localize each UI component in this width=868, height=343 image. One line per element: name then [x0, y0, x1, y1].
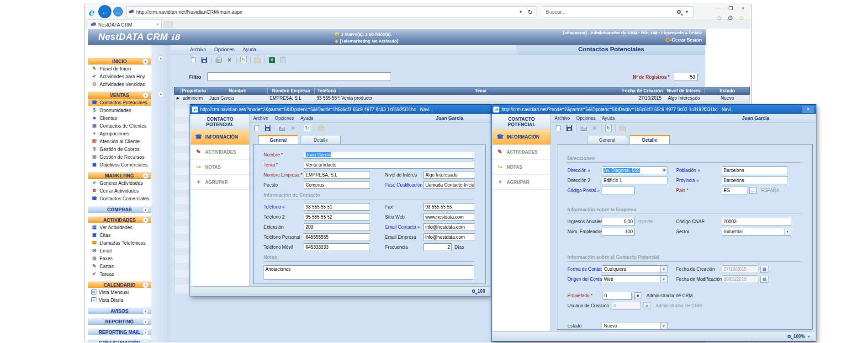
sidebar-item-cerrar-actividades[interactable]: ✖Cerrar Actividades	[88, 187, 151, 194]
new-record-button[interactable]	[554, 124, 562, 132]
nombre-input[interactable]: Juan Garcia	[304, 151, 474, 159]
notas-textarea[interactable]: Anotaciones	[264, 265, 474, 280]
pais-input[interactable]: ES	[722, 187, 747, 194]
search-input[interactable]	[546, 9, 674, 15]
estado-select[interactable]: Nuevo ▼	[602, 322, 667, 330]
popup-nav-informacion[interactable]: ☎ INFORMACIÓN	[492, 129, 550, 145]
nivel-input[interactable]: Algo Interesado	[423, 171, 475, 179]
tab-detalle[interactable]: Detalle	[630, 135, 670, 144]
popup-nav-informacion[interactable]: ☎ INFORMACIÓN	[191, 129, 249, 145]
sidebar-splitter[interactable]: ∧ ∧	[151, 45, 170, 343]
export-button[interactable]	[279, 56, 287, 64]
sidebar-item-cartas[interactable]: ✎Cartas	[88, 262, 151, 270]
save-button[interactable]	[200, 56, 208, 64]
new-tab-button[interactable]	[164, 21, 173, 27]
codigo-postal-input[interactable]	[602, 187, 635, 194]
folder-button[interactable]	[619, 124, 627, 132]
feedback-smiley-icon[interactable]: ☺	[738, 14, 745, 21]
sidebar-item-vista-mensual[interactable]: 31Vista Mensual	[88, 288, 151, 296]
back-button[interactable]: ←	[98, 5, 111, 18]
sitioweb-input[interactable]: www.nestdata.com	[423, 213, 475, 221]
extension-input[interactable]: 203	[304, 223, 370, 231]
sector-select[interactable]: Industrial ▼	[722, 228, 791, 236]
records-input[interactable]	[674, 73, 698, 81]
sidebar-section-compras[interactable]: COMPRAS∨	[88, 206, 151, 213]
fase-label[interactable]: Fase Cualificación »	[385, 182, 423, 188]
expand-chevron-icon[interactable]: ∨	[143, 340, 148, 343]
puesto-input[interactable]: Compras	[304, 181, 370, 189]
collapse-chevron-icon[interactable]: ∧	[143, 92, 148, 98]
popup-nav-agrupar[interactable]: + AGRUPAR	[492, 175, 550, 190]
zoom-dropdown-icon[interactable]: ▼	[807, 335, 810, 338]
emailcontacto-input[interactable]: info@nestdata.com	[423, 223, 475, 231]
close-icon[interactable]: ×	[737, 4, 749, 12]
sidebar-section-marketing[interactable]: MARKETING∧	[88, 172, 151, 179]
sidebar-item-gestion-de-cobros[interactable]: $Gestión de Cobros	[88, 145, 151, 153]
sidebar-item-panel-de-inicio[interactable]: ✎Panel de Inicio	[88, 64, 151, 72]
delete-button[interactable]: ×	[590, 124, 598, 132]
telpersonal-input[interactable]: 645555555	[304, 233, 370, 241]
sidebar-item-contactos-potenciales[interactable]: ☎Contactos Potenciales	[88, 98, 151, 106]
telefono-label[interactable]: Teléfono »	[264, 204, 304, 209]
sidebar-section-calendario[interactable]: CALENDARIO∧	[88, 281, 151, 288]
telmovil-input[interactable]: 645333333	[304, 243, 370, 251]
sidebar-section-avisos[interactable]: AVISOS∨	[88, 307, 151, 314]
filter-input[interactable]	[207, 72, 391, 81]
telefono2-input[interactable]: 95 555 55 52	[304, 213, 370, 221]
column-header[interactable]: Teléfono	[315, 87, 339, 94]
empleados-input[interactable]: 100	[602, 228, 635, 236]
emailcontacto-label[interactable]: Email Contacto »	[385, 225, 423, 230]
direccion2-input[interactable]: Edificio 1	[602, 177, 667, 184]
fase-input[interactable]: Llamada Contacto Inicial	[423, 181, 475, 189]
zoom-magnifier-icon[interactable]	[788, 335, 791, 338]
tema-input[interactable]: Venta producto	[304, 161, 474, 169]
new-record-button[interactable]	[189, 56, 197, 64]
forward-button[interactable]: →	[113, 7, 123, 16]
pais-lookup-button[interactable]: …	[749, 187, 757, 194]
forma-contacto-label[interactable]: Forma de Contacto »	[567, 267, 602, 272]
popup-nav-actividades[interactable]: ✎ ACTIVIDADES	[191, 145, 249, 160]
menu-opciones[interactable]: Opciones	[275, 116, 294, 121]
column-header[interactable]: Fecha de Creación	[622, 87, 663, 94]
provincia-input[interactable]: Barcelona	[722, 177, 788, 184]
menu-opciones[interactable]: Opciones	[214, 47, 234, 52]
column-header[interactable]: Tema	[339, 87, 622, 94]
search-icon[interactable]	[677, 10, 681, 14]
url-dropdown-icon[interactable]: ▼	[517, 10, 524, 14]
direccion-label[interactable]: Dirección »	[567, 168, 602, 173]
fax-input[interactable]: 93 555 55 55	[423, 203, 475, 211]
menu-ayuda[interactable]: Ayuda	[301, 116, 313, 121]
column-header[interactable]: Propietario	[181, 87, 207, 94]
collapse-panel-icon[interactable]: ∧	[158, 91, 164, 97]
popup-minimize-icon[interactable]: —	[790, 107, 800, 112]
tab-detalle[interactable]: Detalle	[301, 136, 341, 144]
tab-general[interactable]: General	[587, 136, 627, 144]
sidebar-item-atencion-al-cliente[interactable]: ☏Atención al Cliente	[88, 137, 151, 145]
search-box[interactable]: ▼	[543, 6, 693, 17]
column-header[interactable]: Nombre Empresa	[268, 87, 315, 94]
menu-ayuda[interactable]: Ayuda	[602, 116, 615, 121]
frecuencia-input[interactable]: 2	[423, 243, 452, 251]
sidebar-section-inicio[interactable]: INICIO∧	[88, 58, 151, 64]
ingresos-input[interactable]: 0,00	[602, 218, 635, 225]
sidebar-item-faxes[interactable]: ▥Faxes	[88, 254, 151, 262]
codigo-postal-label[interactable]: Código Postal »	[567, 188, 602, 193]
sidebar-item-citas[interactable]: ▦Citas	[88, 231, 151, 239]
sidebar-item-actividades-para-hoy[interactable]: ✔Actividades para Hoy	[88, 72, 151, 80]
propietario-lookup-button[interactable]: ☻	[634, 292, 641, 299]
logout-button[interactable]: Cerrar Sesión	[563, 38, 702, 43]
print-button[interactable]	[579, 124, 587, 132]
provincia-label[interactable]: Provincia »	[676, 178, 722, 183]
sidebar-item-actividades-vencidas[interactable]: ⊙Actividades Vencidas	[88, 80, 151, 88]
refresh-record-button[interactable]: ↻	[303, 124, 311, 132]
collapse-chevron-icon[interactable]: ∧	[143, 59, 148, 64]
forma-contacto-select[interactable]: Cualquiera ▼	[602, 265, 667, 273]
menu-opciones[interactable]: Opciones	[576, 116, 595, 121]
origen-contacto-label[interactable]: Origen del Contacto »	[567, 277, 602, 282]
popup-close-icon[interactable]: ×	[802, 106, 814, 113]
search-dropdown-icon[interactable]: ▼	[683, 10, 690, 14]
sidebar-item-objetivos-comerciales[interactable]: ▦Objetivos Comerciales	[88, 161, 151, 168]
zoom-level[interactable]: 100	[477, 289, 485, 294]
expand-chevron-icon[interactable]: ∨	[143, 207, 148, 213]
direccion-input[interactable]: Av. Diagonal, 555 ×	[602, 166, 667, 174]
